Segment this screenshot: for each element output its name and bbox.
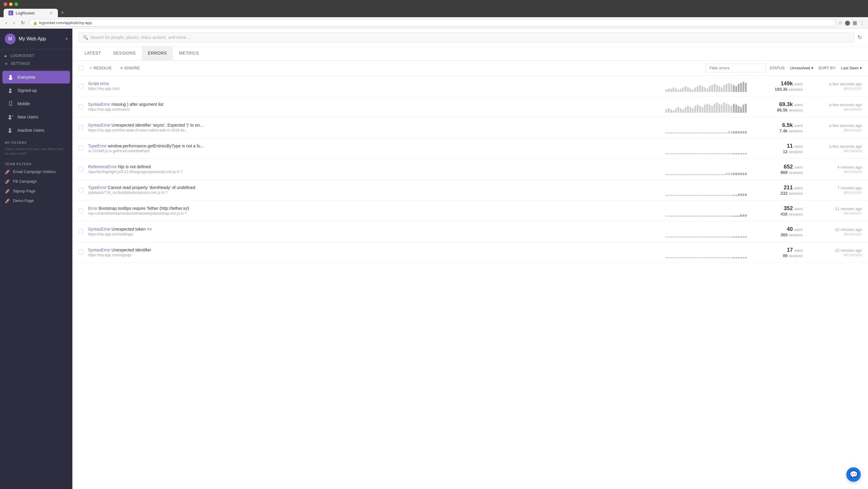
error-type[interactable]: SyntaxError	[88, 227, 111, 232]
table-row[interactable]: TypeError Cannot read property 'domReady…	[72, 180, 868, 200]
sidebar-header[interactable]: M My Web App ▾	[0, 29, 72, 50]
chart-bar	[685, 153, 686, 154]
time-text: 7 minutes ago	[808, 186, 862, 190]
sidebar-item-everyone[interactable]: Everyone	[2, 71, 70, 84]
error-checkbox[interactable]	[79, 146, 83, 151]
reload-button[interactable]: ↻	[19, 19, 27, 26]
chart-bar	[714, 216, 715, 217]
table-row[interactable]: ReferenceError hljs is not defined /ajax…	[72, 159, 868, 180]
chat-button[interactable]: 💬	[846, 467, 861, 482]
chart-bar	[731, 236, 732, 237]
traffic-light-green[interactable]	[14, 2, 18, 6]
tab-latest[interactable]: LATEST	[79, 46, 107, 60]
error-checkbox[interactable]	[79, 167, 83, 171]
table-row[interactable]: SyntaxError missing ) after argument lis…	[72, 96, 868, 117]
error-type[interactable]: TypeError	[88, 143, 106, 148]
forward-button[interactable]: ›	[11, 20, 16, 26]
chart-bar	[735, 173, 737, 175]
menu-icon[interactable]: ⋮	[860, 20, 864, 26]
chart-bar	[689, 132, 691, 134]
browser-tab-active[interactable]: L LogRocket ✕	[4, 9, 58, 17]
select-all-checkbox[interactable]	[79, 66, 83, 70]
sessions-count: 7.4k	[779, 128, 787, 133]
chart-bar	[670, 89, 672, 92]
error-checkbox[interactable]	[79, 208, 83, 213]
chart-bar	[682, 257, 684, 258]
sidebar-item-mobile[interactable]: Mobile	[2, 97, 70, 110]
circle-icon[interactable]: ⬤	[845, 20, 850, 26]
chart-bar	[692, 90, 694, 92]
chart-bar	[689, 174, 691, 175]
error-type[interactable]: SyntaxError	[88, 123, 111, 128]
svg-point-3	[9, 91, 12, 93]
sidebar-item-signed-up[interactable]: Signed-up	[2, 84, 70, 97]
error-checkbox[interactable]	[79, 229, 83, 234]
chart-bar	[721, 236, 723, 237]
tab-close-button[interactable]: ✕	[50, 10, 53, 15]
error-checkbox[interactable]	[79, 188, 83, 192]
sidebar-nav-settings[interactable]: ⚙ SETTINGS	[0, 60, 72, 68]
resolve-button[interactable]: ✓ RESOLVE	[87, 65, 114, 71]
chart-bar	[714, 236, 715, 237]
chart-bar	[677, 132, 679, 134]
error-info: SyntaxError Unexpected identifier https:…	[88, 248, 660, 257]
chart-bar	[680, 216, 682, 217]
star-icon[interactable]: ☆	[838, 20, 842, 26]
error-type[interactable]: ReferenceError	[88, 164, 117, 169]
team-filter-signup-page[interactable]: 🚀Signup Page	[0, 186, 72, 196]
chart-bar	[711, 195, 713, 196]
chart-bar	[680, 89, 682, 92]
table-row[interactable]: SyntaxError Unexpected token => https://…	[72, 221, 868, 242]
error-checkbox[interactable]	[79, 250, 83, 255]
chart-bar	[718, 236, 720, 237]
time-source: BROWSER	[808, 253, 862, 257]
chart-bar	[699, 85, 701, 92]
error-type[interactable]: Error	[88, 206, 97, 211]
refresh-icon[interactable]: ↻	[858, 34, 862, 41]
search-input-wrap[interactable]: 🔍	[79, 32, 855, 42]
error-type[interactable]: SyntaxError	[88, 102, 111, 107]
extensions-icon[interactable]: ▦	[852, 20, 857, 26]
chart-bar	[702, 257, 703, 258]
sort-dropdown[interactable]: Last Seen ▾	[841, 66, 862, 70]
sidebar-item-new-users[interactable]: +New Users	[2, 111, 70, 123]
users-count: 211	[784, 185, 793, 191]
traffic-light-red[interactable]	[4, 2, 7, 6]
error-stats: 352 users 416 sessions	[743, 205, 803, 217]
avatar: M	[5, 33, 16, 44]
team-filter-fb-campaign[interactable]: 🚀FB Campaign	[0, 177, 72, 186]
chart-bar	[692, 174, 694, 175]
error-info: SyntaxError Unexpected token => https://…	[88, 227, 660, 236]
error-time: a few seconds ago BROWSER	[808, 82, 862, 91]
chat-icon: 💬	[849, 470, 858, 479]
tab-sessions[interactable]: SESSIONS	[107, 46, 142, 60]
tab-metrics[interactable]: METRICS	[173, 46, 205, 60]
new-users-label: New Users	[18, 115, 38, 119]
sidebar-nav-logrocket[interactable]: ▶ LOGROCKET	[0, 52, 72, 60]
team-filter-email-campaign[interactable]: 🚀Email Campaign Visitors	[0, 167, 72, 177]
users-label: users	[794, 124, 803, 128]
table-row[interactable]: SyntaxError Unexpected identifier 'async…	[72, 117, 868, 138]
error-type[interactable]: SyntaxError	[88, 248, 111, 252]
new-tab-button[interactable]: +	[59, 8, 67, 17]
error-checkbox[interactable]	[79, 104, 83, 109]
team-filter-demo-page[interactable]: 🚀Demo Page	[0, 196, 72, 206]
search-input[interactable]	[91, 35, 850, 40]
table-row[interactable]: Error Bootstrap tooltips require Tether …	[72, 200, 868, 221]
error-type[interactable]: TypeError	[88, 185, 106, 190]
address-bar[interactable]: 🔒 logrocket.com/apphub/my-app	[29, 19, 836, 27]
back-button[interactable]: ‹	[4, 20, 9, 26]
table-row[interactable]: Script error. https://my-app.com/ 149k u…	[72, 76, 868, 96]
error-type[interactable]: Script error.	[88, 81, 110, 86]
filter-errors-input[interactable]	[706, 64, 766, 72]
table-row[interactable]: SyntaxError Unexpected identifier https:…	[72, 242, 868, 263]
tab-errors[interactable]: ERRORS	[142, 46, 173, 60]
table-row[interactable]: TypeError window.performance.getEntriesB…	[72, 138, 868, 159]
sidebar-item-inactive-users[interactable]: Inactive Users	[2, 124, 70, 137]
error-checkbox[interactable]	[79, 125, 83, 130]
ignore-button[interactable]: ✕ IGNORE	[118, 65, 142, 71]
error-checkbox[interactable]	[79, 84, 83, 88]
status-dropdown[interactable]: Unresolved ▾	[790, 66, 813, 70]
chart-bar	[728, 195, 730, 196]
traffic-light-yellow[interactable]	[9, 2, 13, 6]
